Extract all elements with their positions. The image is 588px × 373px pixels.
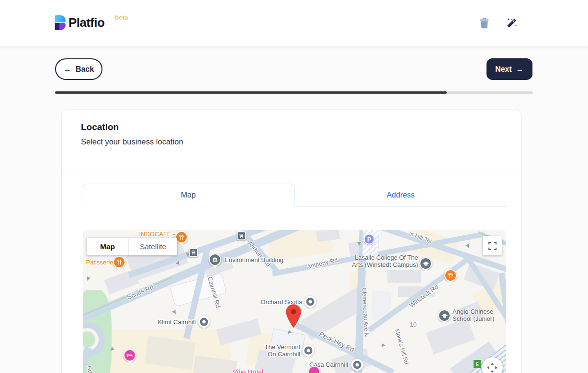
- logo-mark-icon: [55, 15, 66, 30]
- next-arrow-icon: →: [516, 65, 524, 74]
- poi-label-line: The Vermont: [265, 343, 300, 351]
- school-pin-icon[interactable]: [438, 309, 451, 322]
- place-marker[interactable]: [305, 296, 317, 308]
- map-type-control: Map Satellite: [87, 238, 177, 255]
- card-title: Location: [81, 122, 119, 132]
- tab-address[interactable]: Address: [295, 184, 507, 206]
- beta-badge: beta: [115, 14, 128, 21]
- app-logo[interactable]: Platfio: [55, 15, 104, 30]
- magic-wand-icon[interactable]: [506, 17, 517, 29]
- back-arrow-icon: ←: [64, 65, 71, 74]
- road-arrow-icon: [465, 244, 471, 251]
- restaurant-pin-icon[interactable]: [444, 269, 457, 282]
- transit-badge-number: 5: [475, 362, 478, 367]
- map-building-number: 10: [410, 321, 417, 328]
- location-card: Location Select your business location M…: [61, 109, 521, 373]
- back-button-label: Back: [76, 65, 94, 74]
- poi-label-line: School (Junior): [452, 315, 494, 322]
- road-arrow-icon: [357, 242, 361, 248]
- map-building: [316, 230, 340, 242]
- back-button[interactable]: ← Back: [55, 58, 102, 80]
- wizard-progress-bar: [55, 91, 533, 94]
- map-type-satellite-button[interactable]: Satellite: [129, 238, 177, 255]
- poi-label-klimt: Klimt Cairnhill: [158, 318, 196, 326]
- road-arrow-icon: [172, 310, 179, 317]
- map-building: [387, 270, 421, 283]
- poi-label-line: Arts (Winstedt Campus): [352, 261, 418, 268]
- restaurant-pin-icon[interactable]: [113, 256, 125, 268]
- school-pin-icon[interactable]: [419, 257, 432, 270]
- poi-label-patisserie: Patisserie: [86, 259, 113, 266]
- card-divider: [62, 168, 521, 168]
- poi-label-line: Anglo-Chinese: [452, 308, 494, 315]
- next-button[interactable]: Next →: [486, 58, 532, 80]
- poi-label-vibe: Vibe Hotel: [233, 368, 263, 373]
- place-marker[interactable]: [198, 316, 210, 328]
- next-button-label: Next: [495, 65, 512, 74]
- parking-icon[interactable]: P: [364, 234, 375, 245]
- poi-label-vermont: The Vermont On Cairnhill: [265, 343, 300, 358]
- google-map[interactable]: Scotts Rd Cairnhill Rd Anthony Rd Anthon…: [83, 230, 506, 373]
- app-header: Platfio beta: [0, 0, 588, 46]
- road-arrow-icon: [85, 276, 90, 283]
- poi-label-indocafe: INDOCAFÉ -: [139, 230, 175, 238]
- place-marker[interactable]: [303, 345, 315, 357]
- transit-badge: 5: [474, 360, 481, 368]
- parking-letter: P: [367, 236, 372, 243]
- place-marker[interactable]: [351, 359, 363, 371]
- card-subtitle: Select your business location: [81, 137, 183, 146]
- road-label-peck-hay: Peck Hay Rd: [318, 330, 355, 353]
- map-type-map-button[interactable]: Map: [87, 238, 129, 255]
- hotel-pin-icon[interactable]: [124, 349, 136, 362]
- poi-label-anglo: Anglo-Chinese School (Junior): [452, 308, 494, 322]
- poi-label-line: Lasalle College Of The: [352, 254, 418, 261]
- location-pin-icon[interactable]: [285, 304, 302, 330]
- wizard-progress-fill: [55, 91, 447, 94]
- road-label-anthony-upper: Anthony Rd: [306, 257, 339, 270]
- location-tabbar: Map Address: [82, 184, 507, 207]
- museum-pin-icon[interactable]: [209, 253, 221, 266]
- bus-stop-icon[interactable]: [237, 231, 246, 241]
- map-building: [426, 318, 475, 355]
- poi-label-lasalle: Lasalle College Of The Arts (Winstedt Ca…: [352, 254, 418, 268]
- trash-icon[interactable]: [478, 17, 490, 29]
- road-label-monks-hill: Monk's Hill Rd: [394, 328, 410, 365]
- logo-text: Platfio: [68, 15, 104, 30]
- poi-label-environment: Environment Building: [225, 256, 283, 263]
- tab-map[interactable]: Map: [82, 184, 295, 207]
- bus-stop-icon[interactable]: [189, 248, 198, 257]
- road-arrow-icon: [382, 343, 387, 347]
- poi-label-line: On Cairnhill: [265, 351, 300, 358]
- fullscreen-button[interactable]: [483, 236, 502, 255]
